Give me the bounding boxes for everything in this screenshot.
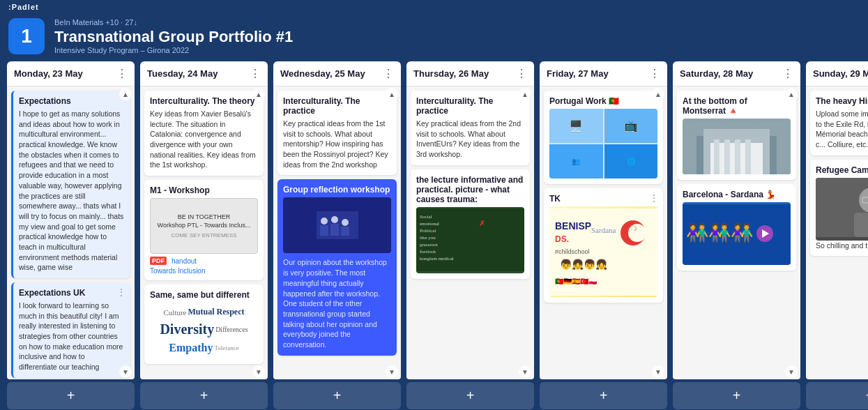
- scroll-up-tuesday[interactable]: ▲: [252, 88, 265, 100]
- pdf-row: PDF handout: [150, 257, 258, 265]
- column-monday-header: Monday, 23 May ⋮: [7, 61, 135, 86]
- column-saturday-menu[interactable]: ⋮: [782, 67, 793, 80]
- column-wednesday: Wednesday, 25 May ⋮ ▲ Interculturality. …: [273, 61, 401, 409]
- column-friday-title: Friday, 27 May: [547, 68, 609, 79]
- svg-text:grassroot: grassroot: [420, 242, 438, 248]
- card-heavy-history-title: The heavy History: [816, 96, 868, 106]
- add-card-sunday[interactable]: +: [806, 382, 868, 409]
- column-wednesday-menu[interactable]: ⋮: [383, 67, 394, 80]
- column-friday: Friday, 27 May ⋮ ▲ Portugal Work 🇵🇹 🖥️ 📺…: [540, 61, 667, 409]
- scroll-up-wednesday[interactable]: ▲: [386, 88, 398, 100]
- add-card-wednesday[interactable]: +: [273, 382, 401, 409]
- doc-preview-text: BE IN TOGETHERWorkshop PTL - Towards Inc…: [158, 213, 251, 229]
- card-montserrat: At the bottom of Montserrat 🔺: [677, 91, 796, 180]
- card-expectations-uk-menu[interactable]: ⋮: [116, 287, 126, 298]
- svg-text:Political: Political: [420, 228, 436, 234]
- add-card-friday[interactable]: +: [540, 382, 667, 409]
- column-monday-title: Monday, 23 May: [14, 68, 83, 79]
- card-barcelona: Barcelona - Sardana 💃 👫👫👫: [677, 184, 796, 271]
- card-heavy-history-text: Upload some images to our visit to the E…: [816, 109, 868, 150]
- card-thu-practice-text: Key practical ideas from the 2nd visit t…: [416, 119, 524, 160]
- column-wednesday-header: Wednesday, 25 May ⋮: [273, 61, 401, 86]
- card-m1-workshop: M1 - Workshop BE IN TOGETHERWorkshop PTL…: [144, 180, 264, 280]
- portfolio-number: 1: [8, 18, 45, 54]
- svg-text:☽: ☽: [632, 225, 637, 232]
- card-trauma-title: the lecture informative and practical. p…: [416, 175, 524, 204]
- header-subtitle: Intensive Study Program – Girona 2022: [54, 46, 293, 54]
- column-thursday-menu[interactable]: ⋮: [516, 67, 527, 80]
- add-card-monday[interactable]: +: [7, 382, 135, 409]
- scroll-up-thursday[interactable]: ▲: [519, 88, 531, 100]
- header-title: Transnational Group Portfolio #1: [54, 28, 293, 46]
- add-card-thursday[interactable]: +: [406, 382, 534, 409]
- card-expectations-title: Expectations: [19, 96, 125, 106]
- column-tuesday-header: Tuesday, 24 May ⋮: [140, 61, 268, 86]
- card-same-different: Same, same but different Culture Mutual …: [144, 284, 264, 364]
- card-trauma-menu[interactable]: ⋮: [516, 174, 526, 185]
- column-thursday-title: Thursday, 26 May: [413, 68, 489, 79]
- scroll-down-friday[interactable]: ▼: [652, 365, 664, 378]
- card-tk-menu[interactable]: ⋮: [649, 192, 659, 204]
- svg-point-21: [628, 224, 646, 242]
- card-tk: TK ⋮ BENISP DS. Sardana ☽: [544, 188, 663, 303]
- scroll-down-thursday[interactable]: ▼: [519, 365, 531, 378]
- svg-text:👦👧👦👧: 👦👧👦👧: [560, 259, 608, 271]
- column-friday-header: Friday, 27 May ⋮: [540, 61, 667, 86]
- wc-tolerance: Tolerance: [214, 344, 238, 351]
- add-card-saturday[interactable]: +: [673, 382, 800, 409]
- column-thursday-header: Thursday, 26 May ⋮: [406, 61, 534, 86]
- portugal-img3: 👥: [549, 144, 603, 179]
- card-group-reflection-text: Our opinion about the workshop is very p…: [283, 257, 391, 349]
- wc-empathy: Empathy: [169, 342, 213, 354]
- svg-text:👫👫👫: 👫👫👫: [686, 222, 754, 244]
- card-interculturality-theory-title: Interculturality. The theory: [150, 96, 258, 106]
- add-card-tuesday[interactable]: +: [140, 382, 268, 409]
- scroll-down-saturday[interactable]: ▼: [785, 365, 798, 378]
- card-barcelona-title: Barcelona - Sardana 💃: [683, 190, 791, 199]
- portugal-image-grid: 🖥️ 📺 👥 🌐: [549, 109, 657, 179]
- scroll-up-saturday[interactable]: ▲: [785, 88, 798, 100]
- svg-rect-31: [724, 139, 730, 174]
- card-thu-practice: Interculturality. The practice Key pract…: [411, 91, 530, 165]
- scroll-up-friday[interactable]: ▲: [652, 88, 664, 100]
- card-interculturality-theory-text: Key ideas from Xavier Besalú's lecture. …: [150, 109, 258, 170]
- svg-text:✗: ✗: [479, 219, 485, 227]
- padlet-logo: :Padlet: [8, 3, 39, 11]
- svg-text:like you: like you: [420, 235, 436, 241]
- card-group-reflection-title: Group reflection workshop: [283, 185, 391, 195]
- column-friday-body: ▲ Portugal Work 🇵🇹 🖥️ 📺 👥 🌐 TK ⋮: [540, 86, 667, 379]
- svg-text:konglum medical: konglum medical: [420, 256, 454, 261]
- scroll-down-monday[interactable]: ▼: [119, 365, 132, 378]
- scroll-down-wednesday[interactable]: ▼: [386, 365, 398, 378]
- column-saturday-title: Saturday, 28 May: [680, 68, 753, 79]
- svg-text:BENISP: BENISP: [555, 220, 591, 231]
- scroll-up-monday[interactable]: ▲: [119, 88, 132, 100]
- towards-inclusion-link[interactable]: Towards Inclusion: [150, 267, 258, 275]
- wc-mutual: Mutual Respect: [188, 307, 245, 317]
- svg-text:Sardana: Sardana: [591, 226, 616, 234]
- handout-link[interactable]: handout: [172, 257, 197, 265]
- column-monday-menu[interactable]: ⋮: [116, 67, 128, 80]
- header-text: BeIn Materials +10 · 27↓ Transnational G…: [54, 18, 293, 54]
- wc-culture: Culture: [164, 308, 187, 317]
- svg-rect-1: [320, 225, 328, 236]
- column-monday-body: ▲ Expectations I hope to get as many sol…: [7, 86, 135, 379]
- column-tuesday-menu[interactable]: ⋮: [250, 67, 261, 80]
- card-portugal-title: Portugal Work 🇵🇹: [549, 96, 657, 106]
- svg-text:forelock: forelock: [420, 249, 436, 255]
- column-sunday-header: Sunday, 29 May ⋮: [806, 61, 868, 86]
- tk-image: BENISP DS. Sardana ☽ 👦👧👦👧 🇵🇹🇩🇪🇪🇸🇹🇷🇵🇱: [549, 206, 657, 297]
- blackboard-image: Social emotional Political like you gras…: [416, 207, 524, 273]
- header-meta: BeIn Materials +10 · 27↓: [54, 18, 293, 26]
- column-friday-menu[interactable]: ⋮: [649, 67, 660, 80]
- portugal-img4: 🌐: [604, 144, 658, 179]
- card-portugal: Portugal Work 🇵🇹 🖥️ 📺 👥 🌐: [544, 91, 663, 184]
- wc-diversity: Diversity: [160, 321, 214, 337]
- card-tk-title: TK: [549, 194, 657, 204]
- portugal-img1: 🖥️: [549, 109, 603, 143]
- scroll-down-tuesday[interactable]: ▼: [252, 365, 265, 378]
- column-thursday: Thursday, 26 May ⋮ ▲ Interculturality. T…: [406, 61, 534, 409]
- column-tuesday-title: Tuesday, 24 May: [147, 68, 218, 79]
- svg-text:DS.: DS.: [555, 234, 569, 244]
- card-m1-title: M1 - Workshop: [150, 185, 258, 195]
